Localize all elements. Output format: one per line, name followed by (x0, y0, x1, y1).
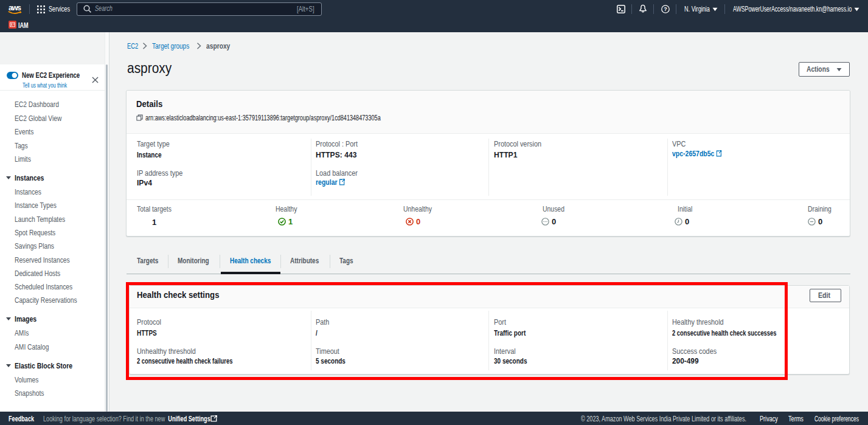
svg-text:?: ? (664, 6, 667, 12)
